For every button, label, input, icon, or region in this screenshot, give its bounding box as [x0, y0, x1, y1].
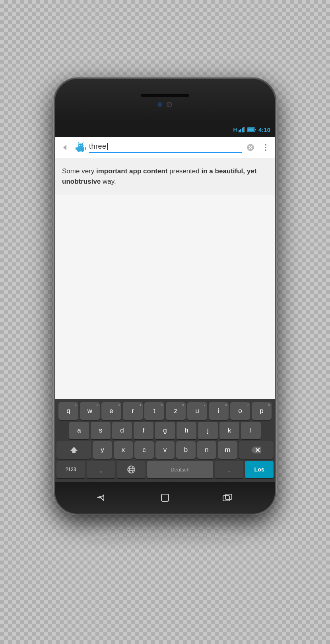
- space-key[interactable]: Deutsch: [147, 461, 213, 478]
- shift-key[interactable]: [56, 441, 91, 459]
- key-g[interactable]: g: [155, 422, 175, 439]
- key-t[interactable]: 5t: [144, 402, 164, 420]
- key-n[interactable]: n: [197, 441, 216, 459]
- android-logo-icon: [75, 142, 87, 153]
- key-v[interactable]: v: [155, 441, 175, 459]
- key-c[interactable]: c: [134, 441, 153, 459]
- svg-line-13: [82, 142, 83, 144]
- signal-indicator: H: [233, 127, 237, 133]
- keyboard-row-4: ?123 , Deutsch . Los: [56, 461, 274, 478]
- phone-bottom-bezel: [55, 482, 275, 514]
- key-o[interactable]: 9o: [230, 402, 250, 420]
- text-cursor: [107, 143, 108, 150]
- clear-icon: [247, 144, 254, 151]
- svg-rect-28: [161, 494, 169, 501]
- svg-point-10: [79, 145, 80, 146]
- phone-device: H 4:10: [54, 78, 276, 515]
- key-b[interactable]: b: [176, 441, 195, 459]
- status-icons: H: [233, 127, 256, 133]
- key-x[interactable]: x: [114, 441, 133, 459]
- nav-home-button[interactable]: [157, 490, 173, 506]
- key-s[interactable]: s: [91, 422, 111, 439]
- delete-key[interactable]: [239, 441, 274, 459]
- content-paragraph: Some very important app content presente…: [62, 166, 268, 187]
- numbers-key[interactable]: ?123: [56, 461, 85, 478]
- key-f[interactable]: f: [134, 422, 153, 439]
- speaker-grille: [141, 94, 189, 97]
- key-p[interactable]: 0p: [252, 402, 272, 420]
- key-h[interactable]: h: [177, 422, 196, 439]
- keyboard-row-3: y x c v b n m: [56, 441, 274, 459]
- key-l[interactable]: l: [241, 422, 261, 439]
- menu-dot-3: [265, 149, 266, 151]
- keyboard-row-2: a s d f g h j k l: [56, 422, 274, 439]
- key-z[interactable]: 6z: [166, 402, 186, 420]
- nav-recents-icon: [222, 493, 233, 502]
- key-k[interactable]: k: [219, 422, 239, 439]
- svg-rect-14: [76, 147, 77, 150]
- svg-point-11: [82, 145, 82, 146]
- battery-icon: [247, 127, 256, 132]
- delete-icon: [251, 446, 261, 454]
- key-r[interactable]: 4r: [123, 402, 143, 420]
- svg-point-25: [129, 466, 133, 473]
- keyboard-row-1: 1q 2w 3e 4r 5t 6z 7u 8i 9o 0p: [56, 402, 274, 420]
- globe-icon: [127, 466, 135, 473]
- content-text-1: Some very: [62, 167, 96, 175]
- clear-button[interactable]: [244, 141, 257, 154]
- key-i[interactable]: 8i: [209, 402, 229, 420]
- search-input[interactable]: three: [89, 142, 242, 153]
- volume-button[interactable]: [54, 190, 54, 210]
- key-m[interactable]: m: [218, 441, 237, 459]
- key-q[interactable]: 1q: [58, 402, 78, 420]
- key-u[interactable]: 7u: [187, 402, 207, 420]
- svg-rect-17: [82, 151, 83, 152]
- svg-rect-0: [239, 130, 240, 132]
- search-bar: three: [55, 137, 275, 158]
- svg-rect-16: [78, 151, 80, 152]
- globe-key[interactable]: [117, 461, 146, 478]
- phone-top-bezel: [55, 79, 275, 122]
- comma-key[interactable]: ,: [87, 461, 115, 478]
- menu-dot-1: [265, 144, 266, 145]
- key-a[interactable]: a: [69, 422, 89, 439]
- key-d[interactable]: d: [112, 422, 132, 439]
- nav-home-icon: [160, 493, 170, 503]
- period-key[interactable]: .: [215, 461, 243, 478]
- menu-dot-2: [265, 147, 266, 148]
- back-icon: [61, 143, 70, 152]
- key-w[interactable]: 2w: [80, 402, 100, 420]
- phone-reflection: [85, 535, 245, 550]
- phone-wrapper: H 4:10: [54, 78, 276, 566]
- svg-point-24: [128, 466, 135, 473]
- menu-button[interactable]: [259, 141, 272, 154]
- nav-back-button[interactable]: [94, 490, 110, 506]
- svg-rect-6: [248, 128, 254, 131]
- search-text-content: three: [89, 142, 107, 150]
- content-text-3: way.: [101, 178, 116, 185]
- content-text-bold-1: important app content: [96, 167, 167, 175]
- svg-rect-30: [225, 494, 232, 499]
- svg-rect-15: [85, 147, 86, 150]
- software-keyboard: 1q 2w 3e 4r 5t 6z 7u 8i 9o 0p a s d f: [55, 399, 275, 482]
- shift-icon: [70, 446, 78, 454]
- svg-line-12: [78, 142, 79, 144]
- svg-rect-2: [242, 128, 243, 132]
- key-y[interactable]: y: [93, 441, 112, 459]
- search-text-value: three: [89, 142, 242, 153]
- svg-rect-29: [223, 496, 229, 501]
- svg-rect-8: [77, 147, 84, 151]
- app-content: Some very important app content presente…: [55, 158, 275, 195]
- content-text-2: presented: [167, 167, 201, 175]
- go-key[interactable]: Los: [245, 461, 274, 478]
- back-button[interactable]: [58, 140, 72, 155]
- top-sensors: [158, 102, 172, 107]
- key-e[interactable]: 3e: [101, 402, 121, 420]
- svg-point-9: [78, 144, 83, 147]
- front-camera: [167, 102, 172, 107]
- nav-recents-button[interactable]: [220, 490, 236, 506]
- key-j[interactable]: j: [198, 422, 218, 439]
- phone-screen: H 4:10: [55, 122, 275, 482]
- sensor-dot: [158, 103, 162, 107]
- svg-rect-5: [255, 129, 256, 130]
